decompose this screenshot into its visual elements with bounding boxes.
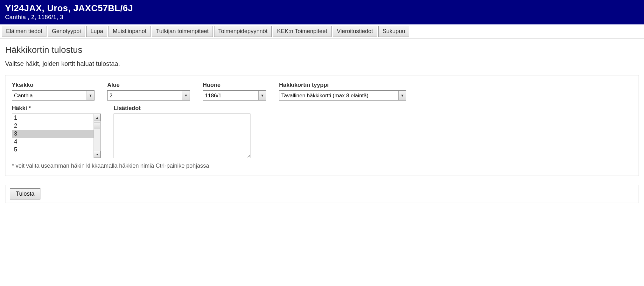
- hakki-hint: * voit valita useamman häkin klikkaamall…: [12, 163, 632, 169]
- page-header: Yl24JAX, Uros, JAXC57BL/6J Canthia , 2, …: [0, 0, 644, 24]
- button-bar: Tulosta: [5, 185, 639, 203]
- tab-muistiinpanot[interactable]: Muistiinpanot: [108, 26, 150, 37]
- tab-elaimen-tiedot[interactable]: Eläimen tiedot: [2, 26, 46, 37]
- tab-tutkijan-toimenpiteet[interactable]: Tutkijan toimenpiteet: [152, 26, 213, 37]
- hakki-listbox[interactable]: 12345: [12, 114, 101, 158]
- form-box: Yksikkö Canthia ▼ Alue 2 ▼ Huone: [5, 75, 639, 176]
- huone-label: Huone: [203, 82, 266, 88]
- yksikko-label: Yksikkö: [12, 82, 94, 88]
- page-title: Häkkikortin tulostus: [5, 45, 639, 55]
- header-title: Yl24JAX, Uros, JAXC57BL/6J: [5, 3, 639, 13]
- tab-kek-toimenpiteet[interactable]: KEK:n Toimenpiteet: [273, 26, 332, 37]
- tab-vieroitustiedot[interactable]: Vieroitustiedot: [333, 26, 377, 37]
- tab-bar: Eläimen tiedot Genotyyppi Lupa Muistiinp…: [0, 24, 644, 38]
- print-button[interactable]: Tulosta: [10, 188, 40, 199]
- tab-sukupuu[interactable]: Sukupuu: [378, 26, 409, 37]
- lisatiedot-textarea[interactable]: [114, 114, 250, 158]
- lisatiedot-label: Lisätiedot: [114, 105, 250, 112]
- yksikko-select[interactable]: Canthia: [12, 90, 94, 101]
- tyyppi-select[interactable]: Tavallinen häkkikortti (max 8 eläintä): [279, 90, 406, 101]
- hakki-label: Häkki *: [12, 105, 101, 112]
- tyyppi-label: Häkkikortin tyyppi: [279, 82, 406, 88]
- header-subtitle: Canthia , 2, 1186/1, 3: [5, 14, 639, 21]
- alue-label: Alue: [107, 82, 190, 88]
- huone-select[interactable]: 1186/1: [203, 90, 266, 101]
- tab-lupa[interactable]: Lupa: [86, 26, 107, 37]
- content-area: Häkkikortin tulostus Valitse häkit, joid…: [0, 38, 644, 209]
- tab-genotyyppi[interactable]: Genotyyppi: [48, 26, 85, 37]
- tab-toimenpidepyynnot[interactable]: Toimenpidepyynnöt: [214, 26, 272, 37]
- instructions: Valitse häkit, joiden kortit haluat tulo…: [5, 60, 639, 67]
- alue-select[interactable]: 2: [107, 90, 190, 101]
